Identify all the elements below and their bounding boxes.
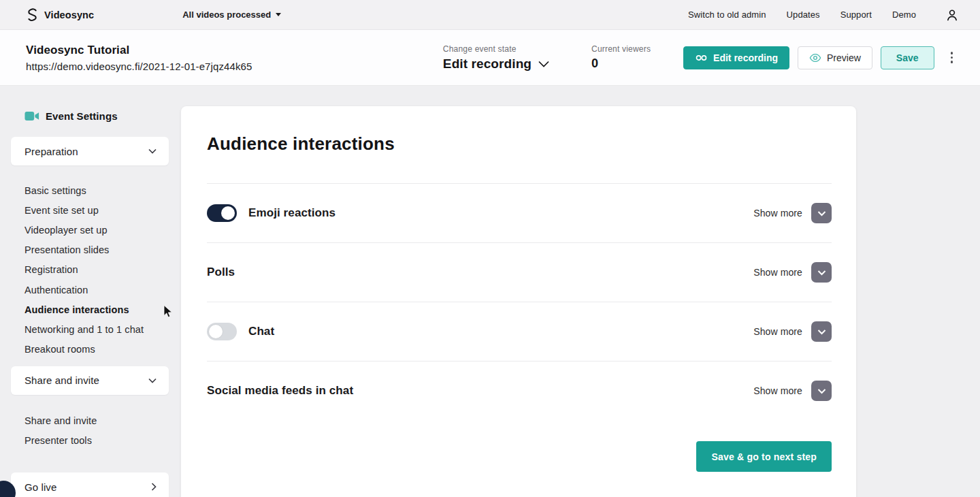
- edit-recording-label: Edit recording: [713, 52, 778, 63]
- link-switch-old-admin[interactable]: Switch to old admin: [688, 10, 766, 20]
- sidebar-item-breakout-rooms[interactable]: Breakout rooms: [24, 340, 169, 359]
- chevron-right-icon: [151, 483, 157, 491]
- sidebar-item-authentication[interactable]: Authentication: [24, 280, 169, 300]
- show-more-link[interactable]: Show more: [753, 385, 802, 396]
- expand-button[interactable]: [811, 321, 832, 342]
- preparation-label: Preparation: [24, 146, 78, 157]
- feature-row-polls: Polls Show more: [207, 242, 832, 302]
- sidebar-item-registration[interactable]: Registration: [24, 260, 169, 280]
- settings-sidebar: Event Settings Preparation Basic setting…: [11, 86, 169, 497]
- sidebar-item-basic-settings[interactable]: Basic settings: [24, 180, 169, 200]
- expand-button[interactable]: [811, 262, 832, 283]
- preparation-items: Basic settings Event site set up Videopl…: [11, 171, 169, 366]
- brand-name: Videosync: [44, 10, 94, 20]
- edit-recording-button[interactable]: Edit recording: [683, 46, 789, 69]
- show-more-link[interactable]: Show more: [753, 267, 802, 278]
- event-header: Videosync Tutorial https://demo.videosyn…: [0, 30, 980, 86]
- sidebar-item-audience-interactions[interactable]: Audience interactions: [24, 300, 169, 319]
- sidebar-section-preparation[interactable]: Preparation: [11, 137, 169, 165]
- expand-button[interactable]: [811, 381, 832, 401]
- sidebar-section-share-and-invite[interactable]: Share and invite: [11, 366, 169, 395]
- show-more-link[interactable]: Show more: [753, 326, 802, 337]
- event-settings-label: Event Settings: [46, 110, 118, 122]
- chevron-down-icon: [817, 270, 826, 276]
- videosync-logo-icon: [26, 7, 39, 22]
- videosync-logo[interactable]: Videosync: [26, 7, 94, 22]
- sidebar-item-presentation-slides[interactable]: Presentation slides: [24, 240, 169, 260]
- sidebar-item-presenter-tools[interactable]: Presenter tools: [24, 431, 169, 451]
- save-next-step-button[interactable]: Save & go to next step: [696, 441, 832, 472]
- event-state-block: Change event state Edit recording: [443, 44, 549, 71]
- caret-down-icon: [276, 13, 281, 16]
- event-settings-title: Event Settings: [24, 110, 169, 122]
- emoji-reactions-toggle[interactable]: [207, 204, 237, 222]
- sidebar-item-share-and-invite[interactable]: Share and invite: [24, 411, 169, 431]
- feature-label: Social media feeds in chat: [207, 384, 353, 398]
- feature-label: Chat: [248, 325, 274, 338]
- feature-row-chat: Chat Show more: [207, 302, 832, 361]
- card-footer: Save & go to next step: [207, 441, 832, 472]
- current-viewers-block: Current viewers 0: [591, 44, 651, 71]
- videos-processed-label: All videos processed: [182, 10, 271, 20]
- chevron-down-icon: [817, 388, 826, 394]
- feature-row-emoji-reactions: Emoji reactions Show more: [207, 183, 832, 242]
- chevron-down-icon: [538, 61, 549, 67]
- sidebar-item-event-site-set-up[interactable]: Event site set up: [24, 200, 169, 220]
- more-options-kebab-icon[interactable]: [945, 48, 959, 67]
- chat-toggle[interactable]: [207, 323, 237, 340]
- chevron-down-icon: [148, 378, 157, 383]
- account-button[interactable]: [945, 7, 960, 22]
- audience-interactions-panel: Audience interactions Emoji reactions Sh…: [181, 106, 856, 497]
- page-title: Audience interactions: [207, 133, 832, 155]
- link-demo[interactable]: Demo: [892, 10, 916, 20]
- recording-icon: [695, 53, 708, 63]
- feature-label: Polls: [207, 266, 235, 279]
- header-actions: Change event state Edit recording Curren…: [443, 44, 958, 71]
- event-state-value: Edit recording: [443, 57, 532, 71]
- show-more-link[interactable]: Show more: [753, 208, 802, 219]
- sidebar-section-go-live[interactable]: Go live: [11, 472, 169, 497]
- eye-icon: [809, 53, 821, 63]
- chevron-down-icon: [148, 148, 157, 154]
- video-camera-icon: [24, 111, 39, 121]
- go-live-label: Go live: [24, 481, 56, 493]
- feature-label: Emoji reactions: [248, 206, 336, 220]
- chevron-down-icon: [817, 329, 826, 335]
- chevron-down-icon: [817, 210, 826, 217]
- current-viewers-label: Current viewers: [591, 44, 651, 54]
- share-items: Share and invite Presenter tools: [11, 400, 169, 458]
- event-title: Videosync Tutorial: [26, 44, 252, 57]
- top-links: Switch to old admin Updates Support Demo: [688, 7, 960, 22]
- sidebar-item-networking-1to1-chat[interactable]: Networking and 1 to 1 chat: [24, 319, 169, 339]
- preview-button[interactable]: Preview: [798, 46, 872, 69]
- event-state-label: Change event state: [443, 44, 549, 54]
- current-viewers-count: 0: [591, 57, 651, 71]
- event-url[interactable]: https://demo.videosync.fi/2021-12-01-e7j…: [26, 61, 252, 72]
- link-support[interactable]: Support: [840, 10, 872, 20]
- feature-row-social-media-feeds: Social media feeds in chat Show more: [207, 361, 832, 420]
- sidebar-item-videoplayer-set-up[interactable]: Videoplayer set up: [24, 220, 169, 240]
- expand-button[interactable]: [811, 203, 832, 223]
- share-invite-label: Share and invite: [24, 374, 99, 386]
- link-updates[interactable]: Updates: [787, 10, 820, 20]
- videos-processed-dropdown[interactable]: All videos processed: [182, 10, 281, 20]
- save-button[interactable]: Save: [881, 46, 934, 69]
- top-navbar: Videosync All videos processed Switch to…: [0, 0, 980, 30]
- preview-label: Preview: [827, 52, 861, 63]
- event-state-dropdown[interactable]: Edit recording: [443, 57, 549, 71]
- user-icon: [945, 7, 960, 22]
- event-title-block: Videosync Tutorial https://demo.videosyn…: [26, 44, 252, 72]
- save-label: Save: [896, 52, 919, 63]
